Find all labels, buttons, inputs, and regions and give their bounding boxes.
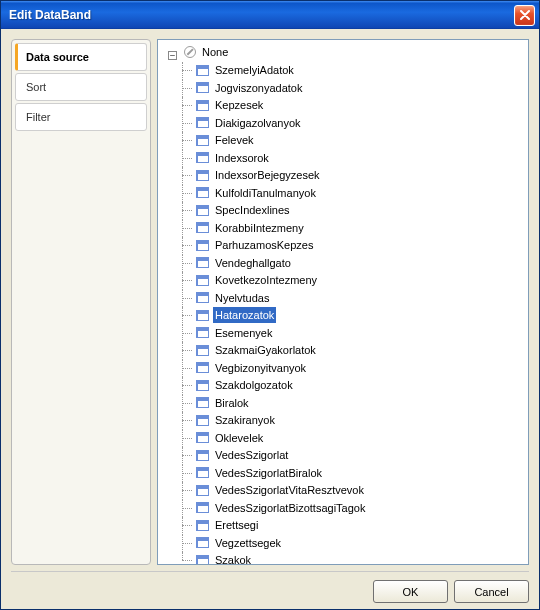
table-icon	[196, 187, 209, 198]
tree-node[interactable]: Biralok	[194, 395, 253, 411]
table-icon	[196, 555, 209, 566]
nav-item-filter[interactable]: Filter	[15, 103, 147, 131]
tree-node[interactable]: KorabbiIntezmeny	[194, 220, 308, 236]
tree-node-label: ParhuzamosKepzes	[213, 237, 315, 253]
tree-node-label: Nyelvtudas	[213, 290, 271, 306]
tree-root[interactable]: None	[182, 44, 232, 60]
tree-node-label: VedesSzigorlatBiralok	[213, 465, 324, 481]
table-icon	[196, 520, 209, 531]
table-icon	[196, 82, 209, 93]
table-icon	[196, 432, 209, 443]
table-icon	[196, 537, 209, 548]
table-icon	[196, 310, 209, 321]
table-icon	[196, 65, 209, 76]
tree-node[interactable]: VedesSzigorlatBizottsagiTagok	[194, 500, 369, 516]
none-icon	[184, 46, 196, 58]
nav-item-data-source[interactable]: Data source	[15, 43, 147, 71]
data-source-tree: − None SzemelyiAdatokJogviszonyadatokKep…	[160, 44, 526, 565]
tree-node[interactable]: Vegzettsegek	[194, 535, 285, 551]
nav-item-label: Data source	[26, 51, 89, 63]
cancel-label: Cancel	[474, 586, 508, 598]
tree-node[interactable]: ParhuzamosKepzes	[194, 237, 317, 253]
table-icon	[196, 485, 209, 496]
tree-node-label: KulfoldiTanulmanyok	[213, 185, 318, 201]
tree-node[interactable]: Kepzesek	[194, 97, 267, 113]
ok-button[interactable]: OK	[373, 580, 448, 603]
collapse-toggle[interactable]: −	[168, 51, 177, 60]
table-icon	[196, 380, 209, 391]
table-icon	[196, 327, 209, 338]
tree-node-label: VedesSzigorlatVitaResztvevok	[213, 482, 366, 498]
tree-node-label: KovetkezoIntezmeny	[213, 272, 319, 288]
tree-node[interactable]: VedesSzigorlat	[194, 447, 292, 463]
table-icon	[196, 450, 209, 461]
close-button[interactable]	[514, 5, 535, 26]
cancel-button[interactable]: Cancel	[454, 580, 529, 603]
table-icon	[196, 362, 209, 373]
nav-item-sort[interactable]: Sort	[15, 73, 147, 101]
tree-node[interactable]: SzakmaiGyakorlatok	[194, 342, 320, 358]
close-icon	[520, 10, 530, 20]
table-icon	[196, 467, 209, 478]
table-icon	[196, 152, 209, 163]
tree-node[interactable]: Esemenyek	[194, 325, 276, 341]
tree-node[interactable]: Hatarozatok	[194, 307, 278, 323]
tree-node-label: IndexsorBejegyzesek	[213, 167, 322, 183]
tree-node-label: Vegbizonyitvanyok	[213, 360, 308, 376]
tree-node[interactable]: KovetkezoIntezmeny	[194, 272, 321, 288]
tree-node-label: Esemenyek	[213, 325, 274, 341]
tree-node[interactable]: SzemelyiAdatok	[194, 62, 298, 78]
ok-label: OK	[403, 586, 419, 598]
table-icon	[196, 502, 209, 513]
tree-node-label: Szakok	[213, 552, 253, 565]
tree-node[interactable]: KulfoldiTanulmanyok	[194, 185, 320, 201]
table-icon	[196, 257, 209, 268]
tree-panel[interactable]: − None SzemelyiAdatokJogviszonyadatokKep…	[157, 39, 529, 565]
tree-node[interactable]: Szakok	[194, 552, 255, 565]
tree-node[interactable]: VedesSzigorlatBiralok	[194, 465, 326, 481]
tree-node-label: Felevek	[213, 132, 256, 148]
tree-node-label: VedesSzigorlat	[213, 447, 290, 463]
titlebar: Edit DataBand	[1, 1, 539, 29]
table-icon	[196, 292, 209, 303]
tree-node-label: Szakiranyok	[213, 412, 277, 428]
tree-node[interactable]: Szakiranyok	[194, 412, 279, 428]
nav-item-label: Filter	[26, 111, 50, 123]
tree-node[interactable]: SpecIndexlines	[194, 202, 294, 218]
table-icon	[196, 100, 209, 111]
tree-node-label: Erettsegi	[213, 517, 260, 533]
button-bar: OK Cancel	[11, 571, 529, 603]
tree-node-label: SzakmaiGyakorlatok	[213, 342, 318, 358]
tree-node[interactable]: Felevek	[194, 132, 258, 148]
tree-node-label: SpecIndexlines	[213, 202, 292, 218]
table-icon	[196, 345, 209, 356]
table-icon	[196, 397, 209, 408]
tree-node-label: Biralok	[213, 395, 251, 411]
tree-node-label: Vegzettsegek	[213, 535, 283, 551]
client-area: Data sourceSortFilter − None SzemelyiAda…	[1, 29, 539, 609]
table-icon	[196, 415, 209, 426]
tree-node[interactable]: Erettsegi	[194, 517, 262, 533]
tree-node-label: Hatarozatok	[213, 307, 276, 323]
tree-node[interactable]: Vegbizonyitvanyok	[194, 360, 310, 376]
tree-node[interactable]: Nyelvtudas	[194, 290, 273, 306]
dialog-window: Edit DataBand Data sourceSortFilter − No…	[0, 0, 540, 610]
window-title: Edit DataBand	[9, 8, 514, 22]
tree-node[interactable]: Oklevelek	[194, 430, 267, 446]
tree-node[interactable]: IndexsorBejegyzesek	[194, 167, 324, 183]
tree-root-label: None	[200, 44, 230, 60]
tree-node[interactable]: Indexsorok	[194, 150, 273, 166]
table-icon	[196, 275, 209, 286]
tree-node[interactable]: Szakdolgozatok	[194, 377, 297, 393]
table-icon	[196, 240, 209, 251]
tree-node-label: KorabbiIntezmeny	[213, 220, 306, 236]
nav-panel: Data sourceSortFilter	[11, 39, 151, 565]
tree-node-label: Szakdolgozatok	[213, 377, 295, 393]
tree-node[interactable]: Jogviszonyadatok	[194, 80, 306, 96]
tree-node[interactable]: Vendeghallgato	[194, 255, 295, 271]
table-icon	[196, 117, 209, 128]
tree-node-label: Vendeghallgato	[213, 255, 293, 271]
tree-node[interactable]: Diakigazolvanyok	[194, 115, 305, 131]
tree-node[interactable]: VedesSzigorlatVitaResztvevok	[194, 482, 368, 498]
tree-node-label: Diakigazolvanyok	[213, 115, 303, 131]
